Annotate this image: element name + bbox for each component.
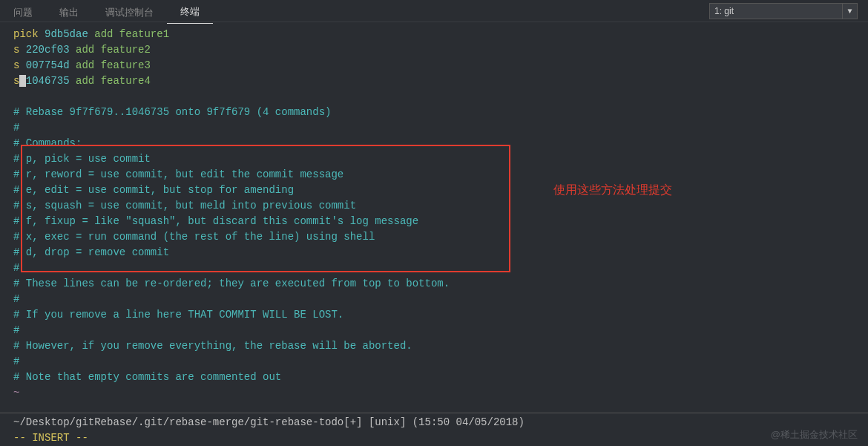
- terminal-select[interactable]: 1: git ▼: [709, 3, 858, 19]
- terminal-line: # f, fixup = like "squash", but discard …: [13, 214, 867, 229]
- terminal-line: # p, pick = use commit: [13, 151, 867, 167]
- terminal-line: # r, reword = use commit, but edit the c…: [13, 167, 867, 183]
- watermark: @稀土掘金技术社区: [771, 428, 858, 442]
- terminal-line: #: [13, 292, 867, 307]
- divider: [0, 413, 868, 413]
- terminal-line: # d, drop = remove commit: [13, 245, 867, 260]
- terminal-line: # x, exec = run command (the rest of the…: [13, 229, 867, 245]
- tab-output[interactable]: 输出: [46, 3, 92, 24]
- annotation-text: 使用这些方法处理提交: [553, 183, 672, 198]
- tab-terminal[interactable]: 终端: [167, 2, 213, 24]
- terminal-line: # However, if you remove everything, the…: [13, 338, 867, 354]
- terminal-select-value: 1: git: [710, 5, 842, 17]
- terminal-line: #: [13, 260, 867, 276]
- terminal-line: # If you remove a line here THAT COMMIT …: [13, 307, 867, 323]
- tab-problems[interactable]: 问题: [0, 3, 46, 24]
- terminal-content[interactable]: pick 9db5dae add feature1s 220cf03 add f…: [0, 22, 868, 402]
- terminal-line: ~: [13, 385, 867, 401]
- vim-mode: -- INSERT --: [13, 432, 88, 444]
- terminal-line: s 007754d add feature3: [13, 58, 867, 73]
- terminal-line: #: [13, 354, 867, 370]
- terminal-line: pick 9db5dae add feature1: [13, 27, 867, 42]
- terminal-line: #: [13, 120, 867, 136]
- terminal-line: #: [13, 323, 867, 338]
- terminal-line: # s, squash = use commit, but meld into …: [13, 198, 867, 214]
- terminal-line: [13, 89, 867, 105]
- terminal-line: # Commands:: [13, 136, 867, 151]
- terminal-line: # Rebase 9f7f679..1046735 onto 9f7f679 (…: [13, 105, 867, 120]
- terminal-line: # These lines can be re-ordered; they ar…: [13, 276, 867, 292]
- tab-debug-console[interactable]: 调试控制台: [92, 3, 167, 24]
- terminal-line: # e, edit = use commit, but stop for ame…: [13, 183, 867, 198]
- terminal-line: s 1046735 add feature4: [13, 73, 867, 89]
- terminal-line: s 220cf03 add feature2: [13, 42, 867, 58]
- chevron-down-icon: ▼: [842, 4, 857, 19]
- vim-status-line: ~/Desktop/gitRebase/.git/rebase-merge/gi…: [13, 416, 868, 428]
- terminal-line: # Note that empty commits are commented …: [13, 370, 867, 385]
